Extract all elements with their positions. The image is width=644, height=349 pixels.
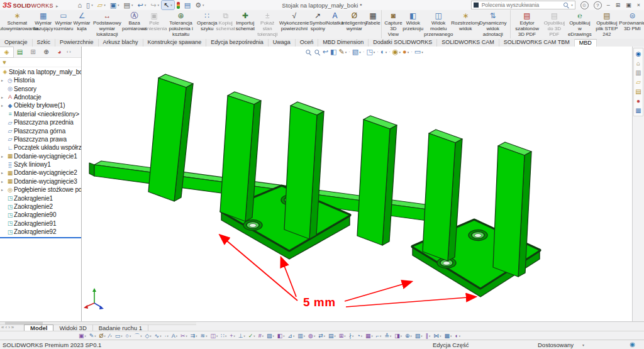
options-gear-icon[interactable]: ⚙ ▾ (193, 1, 206, 9)
tree-item-boss-extrude2[interactable]: ▸ ▦ Dodanie-wyciągnięcie2 (0, 169, 81, 177)
tab-propertymanager[interactable]: ▤ (13, 47, 26, 57)
linear-pattern-tool[interactable]: ∷ ▾ (221, 332, 226, 340)
login-icon[interactable]: ☺ (580, 1, 589, 9)
tree-item-boss-extrude3[interactable]: ▸ ▦ Dodanie-wyciągnięcie3 (0, 177, 81, 186)
publish-to-3d-pdf-button[interactable]: ▤ Opublikuj do 3D PDF (542, 10, 567, 38)
convert-entities-tool[interactable]: ⇉ ▾ (191, 332, 197, 340)
expand-arrow-icon[interactable]: ▸ (1, 187, 6, 192)
open-document-icon[interactable]: ▱ ▾ (96, 1, 108, 9)
polygon-tool[interactable]: ◇ ▾ (145, 332, 151, 340)
toolbar-tool-24[interactable]: ▥ ▾ (297, 332, 305, 340)
section-view-icon[interactable]: ◧ ▾ (330, 48, 336, 56)
pattern-feature-button[interactable]: ∷ Operacja szyku (197, 10, 216, 38)
toolbar-tool-36[interactable]: ▧ ▾ (415, 332, 423, 340)
previous-view-icon[interactable]: ↩ ▾ (323, 48, 328, 56)
expand-arrow-icon[interactable]: ▸ (1, 179, 6, 184)
tree-item-fillet2[interactable]: ▸ ◳ Zaokrąglenie2 (0, 202, 81, 211)
tree-item-linear-pattern1[interactable]: ▸ ⣿ Szyk liniowy1 (0, 160, 81, 169)
appearances-icon[interactable]: ● (636, 96, 640, 106)
toolbar-tool-30[interactable]: ◔ ▾ (357, 332, 362, 340)
auto-dimension-scheme-button[interactable]: ∗ Schemat autowymiarowania (1, 10, 33, 38)
ribbon-tab[interactable]: Dodatki SOLIDWORKS (369, 39, 437, 47)
geometric-tolerance-button[interactable]: ⊕ Tolerancja położenia i kształtu (164, 10, 197, 38)
datum-dimension-button[interactable]: ▦ Wymiar bazujący (33, 10, 53, 38)
tab-featuremanager[interactable]: ◈ (0, 47, 13, 57)
dynamic-annotation-views-button[interactable]: ⇅ Dynamiczny widok adnotacji (477, 10, 511, 38)
toolbar-tool-33[interactable]: ≙ ▾ (384, 332, 391, 340)
home-icon[interactable]: ⌂ ▾ (75, 1, 84, 9)
ribbon-tab[interactable]: Edycja bezpośrednia (206, 39, 269, 47)
file-explorer-icon[interactable]: ▱ (636, 77, 641, 87)
tab-configurationmanager[interactable]: ⊞ (26, 47, 40, 57)
headsup-separator[interactable]: · ▾ (389, 48, 391, 56)
toolbar-tool-35[interactable]: ⊕ ▾ (405, 332, 412, 340)
tree-item-top-plane[interactable]: ▸ ▱ Płaszczyzna górna (0, 126, 81, 135)
tree-item-front-plane[interactable]: ▸ ▱ Płaszczyzna przednia (0, 118, 81, 126)
expand-arrow-icon[interactable]: ▸ (1, 95, 6, 99)
tree-item-boss-extrude1[interactable]: ▸ ▦ Dodanie-wyciągnięcie1 (0, 152, 81, 160)
ribbon-tab[interactable]: Konstrukcje spawane (143, 39, 207, 47)
toolbar-tool-28[interactable]: ⊞ ▾ (339, 332, 346, 340)
3d-pdf-template-editor-button[interactable]: ▤ Edytor szablonów 3D PDF (512, 10, 542, 38)
expand-arrow-icon[interactable]: ▸ (1, 103, 6, 108)
weld-symbol-button[interactable]: ↗ Symbol spoiny (309, 10, 326, 38)
prev-tab-button[interactable]: ‹ (5, 324, 7, 330)
new-document-icon[interactable]: ▯ ▾ (84, 1, 95, 9)
dimension-annotation-text[interactable]: 5 mm (303, 296, 336, 309)
toolbar-tool-29[interactable]: ∤ ▾ (349, 332, 354, 340)
logo-flyout-arrow-icon[interactable]: ▸ (56, 4, 58, 9)
capture-3d-view-button[interactable]: ◙ Capture 3D View (383, 10, 403, 38)
command-search[interactable]: ▾ (471, 1, 575, 9)
note-button[interactable]: A Notatka (326, 10, 343, 38)
toolbar-tool-26[interactable]: ⇄ ▾ (318, 332, 325, 340)
arc-tool[interactable]: ⌒ ▾ (134, 332, 142, 340)
view-settings-icon[interactable]: ▭ ▾ (414, 48, 423, 56)
tree-item-countersink-m6[interactable]: ▸ ◎ Pogłębienie stożkowe pod M6 Wkr (0, 186, 81, 194)
toolbox-icon[interactable]: ▥ (635, 68, 641, 77)
toolbar-tool-22[interactable]: ◧ ▾ (277, 332, 285, 340)
close-button[interactable]: × (637, 1, 640, 9)
spline-tool[interactable]: ∿ ▾ (155, 332, 162, 340)
toolbar-tool-38[interactable]: ⋈ ▾ (433, 332, 441, 340)
headsup-separator[interactable]: · ▾ (363, 48, 365, 56)
tree-item-solid-bodies[interactable]: ▸ ◆ Obiekty bryłowe(1) (0, 101, 81, 109)
line-tool[interactable]: ∕ ▾ (109, 332, 112, 340)
display-style-icon[interactable]: ◐ ▾ (380, 48, 387, 56)
publish-edrawings-button[interactable]: ℮ Opublikuj w eDrawings (567, 10, 593, 38)
headsup-separator[interactable]: · ▾ (411, 48, 413, 56)
ribbon-tab[interactable]: Uwaga (269, 39, 296, 47)
status-globe-icon[interactable]: ◉ (630, 341, 635, 348)
profile-caret-icon[interactable]: ▾ (582, 343, 584, 347)
tree-item-fillet1[interactable]: ▸ ◳ Zaokrąglenie1 (0, 194, 81, 202)
toolbar-tool-31[interactable]: ▦ ▾ (365, 332, 373, 340)
copy-scheme-button[interactable]: ⧉ Kopiuj schemat (216, 10, 235, 38)
ribbon-tab[interactable]: Oceń (296, 39, 319, 47)
ribbon-tab[interactable]: SOLIDWORKS CAM TBM (499, 39, 575, 47)
publish-step-242-button[interactable]: ▤ Opublikuj plik STEP 242 (593, 10, 621, 38)
surface-finish-button[interactable]: √ Wykończenie powierzchni (279, 10, 309, 38)
custom-properties-icon[interactable]: ▦ (635, 106, 641, 115)
text-tool[interactable]: A ▾ (172, 332, 177, 340)
view-palette-icon[interactable]: ▤ (635, 87, 641, 96)
filter-icon[interactable]: ▼ (2, 60, 7, 65)
tree-item-fillet92[interactable]: ▸ ◳ Zaokrąglenie92 (0, 228, 81, 236)
tables-button[interactable]: ▦ Tabele (365, 10, 382, 38)
last-tab-button[interactable]: » (11, 324, 14, 330)
rebuild-icon[interactable]: ● ▾ (175, 1, 182, 9)
ribbon-tab[interactable]: MBD (575, 39, 597, 47)
tab-displaymanager[interactable]: ◕ (53, 47, 66, 57)
toolbar-tool-37[interactable]: ∥ ▾ (426, 332, 431, 340)
design-library-icon[interactable]: ⌂ (636, 58, 640, 68)
expand-arrow-icon[interactable]: ▸ (1, 154, 6, 158)
annotation-views-icon[interactable]: ✎ ▾ (338, 48, 347, 56)
next-tab-button[interactable]: › (8, 324, 10, 330)
3d-pmi-compare-button[interactable]: ⊜ Porównanie 3D PMI (621, 10, 644, 38)
headsup-separator[interactable]: · ▾ (377, 48, 379, 56)
ribbon-tab[interactable]: Powierzchnie (55, 39, 99, 47)
relations-tool[interactable]: ⊥ ▾ (238, 332, 245, 340)
model-3d[interactable]: 5 mm (82, 47, 632, 321)
search-input[interactable] (480, 1, 561, 9)
ribbon-tab[interactable]: Szkic (33, 39, 56, 47)
first-tab-button[interactable]: « (1, 324, 4, 330)
offset-entities-tool[interactable]: ≋ ▾ (201, 332, 208, 340)
